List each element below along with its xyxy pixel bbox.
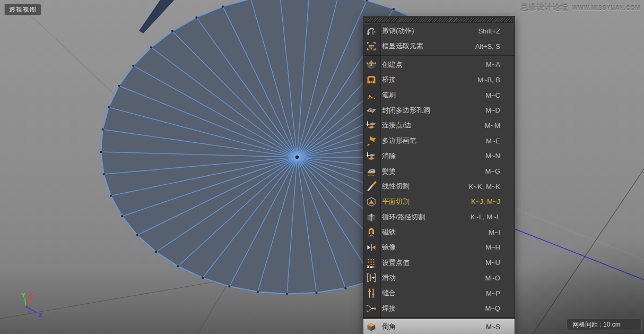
menu-item-shortcut: K~L, M~L (471, 213, 500, 221)
menu-separator (363, 317, 515, 318)
menu-item-shortcut: M~B, B (477, 76, 500, 84)
bevel-icon (365, 321, 377, 332)
menu-item-shortcut: K~K, M~K (469, 183, 500, 191)
connect-points-icon (365, 119, 377, 131)
disc-edge-wedge (139, 0, 177, 33)
menu-item-shortcut: M~I (489, 228, 500, 236)
grid-spacing-badge: 网格间距 : 10 cm (567, 319, 642, 330)
menu-item-slide[interactable]: 滑动 M~O (363, 270, 515, 286)
menu-tear-off-strip[interactable] (365, 18, 513, 23)
menu-item-shortcut: M~M (485, 122, 500, 130)
menu-item-polygon-pen[interactable]: 多边形画笔 M~E (363, 133, 515, 149)
axis-x-label: X (29, 291, 34, 298)
menu-item-connect-points[interactable]: 连接点/边 M~M (363, 118, 515, 133)
menu-item-label: 框显选取元素 (382, 41, 475, 51)
menu-item-shortcut: M~N (485, 152, 500, 160)
context-menu-list: 撤销(动作) Shift+Z 框显选取元素 Alt+S, S 创建点 M~A 桥… (363, 23, 515, 334)
c4d-viewport-window: Y X Z 透视视图 思缘设计论坛 WWW.MISSYUAN.COM 网格间距 … (0, 0, 644, 334)
close-polygon-hole-icon (365, 105, 377, 116)
menu-item-label: 桥接 (382, 75, 477, 84)
menu-item-shortcut: M~H (485, 243, 500, 251)
menu-item-brush[interactable]: 笔刷 M~C (363, 88, 515, 103)
context-menu: 撤销(动作) Shift+Z 框显选取元素 Alt+S, S 创建点 M~A 桥… (363, 16, 515, 334)
weld-icon (365, 303, 377, 314)
menu-item-shortcut: M~U (485, 259, 500, 267)
magnet-icon (365, 226, 377, 238)
menu-item-shortcut: M~A (486, 61, 500, 68)
menu-item-set-point-value[interactable]: 设置点值 M~U (363, 255, 515, 270)
menu-item-shortcut: M~G (485, 167, 500, 175)
menu-item-label: 创建点 (382, 60, 486, 70)
menu-item-label: 连接点/边 (382, 121, 485, 130)
menu-item-label: 焊接 (382, 304, 485, 313)
bridge-icon (365, 74, 377, 85)
menu-item-line-cut[interactable]: 线性切割 K~K, M~K (363, 179, 515, 194)
menu-item-shortcut: K~J, M~J (471, 198, 500, 205)
menu-item-label: 多边形画笔 (382, 136, 486, 145)
menu-item-stitch[interactable]: 缝合 M~P (363, 286, 515, 301)
loop-path-cut-icon (365, 211, 377, 223)
watermark-en: WWW.MISSYUAN.COM (572, 5, 640, 11)
menu-separator (363, 55, 515, 56)
menu-item-label: 设置点值 (382, 258, 485, 268)
menu-item-shortcut: M~S (486, 323, 500, 331)
plane-cut-icon (365, 196, 377, 208)
brush-icon (365, 89, 377, 101)
set-point-value-icon (365, 257, 377, 269)
menu-item-shortcut: M~C (485, 91, 500, 99)
menu-item-label: 熨烫 (382, 167, 485, 176)
menu-item-undo[interactable]: 撤销(动作) Shift+Z (363, 23, 515, 39)
menu-item-bevel[interactable]: 倒角 M~S (363, 319, 515, 334)
menu-item-plane-cut[interactable]: 平面切割 K~J, M~J (363, 194, 515, 210)
menu-item-loop-path-cut[interactable]: 循环/路径切割 K~L, M~L (363, 209, 515, 225)
menu-item-label: 笔刷 (382, 90, 485, 100)
undo-icon (365, 25, 377, 37)
menu-item-shortcut: Alt+S, S (475, 42, 500, 50)
menu-item-label: 滑动 (382, 273, 485, 282)
menu-item-label: 镜像 (382, 243, 485, 252)
menu-item-close-polygon-hole[interactable]: 封闭多边形孔洞 M~D (363, 102, 515, 118)
menu-item-dissolve[interactable]: 消除 M~N (363, 149, 515, 164)
menu-item-magnet[interactable]: 磁铁 M~I (363, 225, 515, 240)
menu-item-shortcut: Shift+Z (478, 27, 500, 35)
axis-y-label: Y (21, 292, 26, 299)
menu-item-create-point[interactable]: 创建点 M~A (363, 57, 515, 72)
frame-selected-icon (365, 40, 377, 52)
view-label[interactable]: 透视视图 (4, 4, 41, 15)
axis-z-label: Z (38, 312, 42, 319)
polygon-pen-icon (365, 135, 377, 147)
menu-item-shortcut: M~D (485, 106, 500, 114)
viewport-canvas[interactable]: Y X Z (0, 0, 644, 334)
menu-item-shortcut: M~O (485, 274, 500, 282)
menu-item-shortcut: M~P (486, 289, 500, 297)
menu-item-label: 撤销(动作) (382, 26, 478, 36)
menu-item-iron[interactable]: 熨烫 M~G (363, 164, 515, 179)
menu-item-label: 缝合 (382, 288, 486, 298)
menu-item-label: 倒角 (382, 322, 486, 331)
menu-item-mirror[interactable]: 镜像 M~H (363, 240, 515, 255)
menu-item-bridge[interactable]: 桥接 M~B, B (363, 72, 515, 88)
create-point-icon (365, 59, 377, 71)
menu-item-label: 磁铁 (382, 227, 489, 237)
iron-icon (365, 166, 377, 177)
watermark: 思缘设计论坛 WWW.MISSYUAN.COM (521, 3, 640, 13)
dissolve-icon (365, 150, 377, 162)
mirror-icon (365, 242, 377, 253)
stitch-icon (365, 287, 377, 299)
menu-item-label: 封闭多边形孔洞 (382, 106, 485, 115)
menu-item-label: 线性切割 (382, 182, 469, 191)
watermark-cn: 思缘设计论坛 (521, 3, 569, 13)
menu-item-weld[interactable]: 焊接 M~Q (363, 301, 515, 316)
menu-item-frame-selected[interactable]: 框显选取元素 Alt+S, S (363, 39, 515, 54)
menu-item-shortcut: M~E (486, 137, 500, 145)
menu-item-label: 循环/路径切割 (382, 212, 471, 222)
world-z-axis-line (515, 229, 644, 280)
menu-item-label: 平面切割 (382, 197, 471, 207)
line-cut-icon (365, 181, 377, 192)
menu-item-shortcut: M~Q (485, 304, 500, 312)
slide-icon (365, 272, 377, 284)
menu-item-label: 消除 (382, 151, 485, 161)
